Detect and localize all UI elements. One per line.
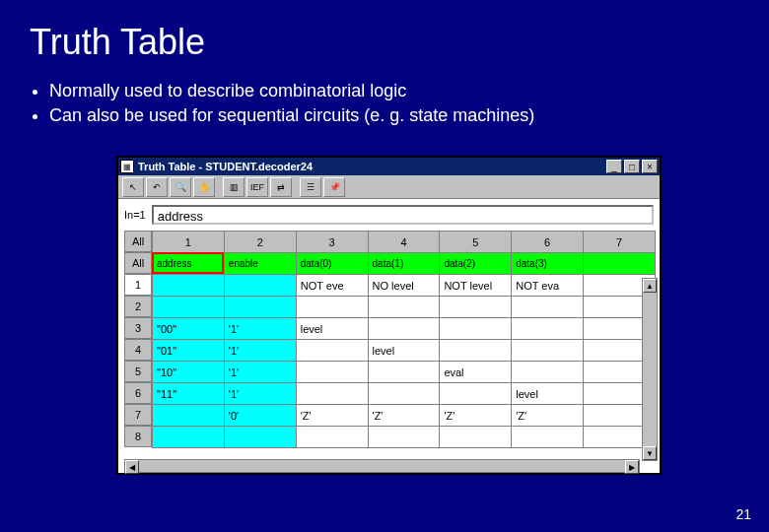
row-header[interactable]: 8	[124, 426, 152, 447]
signal-header-cell[interactable]: enable	[224, 253, 296, 275]
table-cell[interactable]: NOT level	[440, 275, 512, 297]
table-cell[interactable]	[296, 362, 368, 383]
row-header[interactable]: 5	[124, 361, 152, 382]
table-cell[interactable]	[440, 383, 512, 405]
signal-header-cell[interactable]: data(1)	[368, 253, 440, 275]
table-cell[interactable]: "10"	[153, 362, 225, 383]
content-area: In=1 address All All 1 2 3 4 5 6 7 8 123…	[118, 199, 660, 473]
table-cell[interactable]	[440, 318, 512, 340]
col-header[interactable]: 4	[368, 232, 440, 253]
signal-header-cell[interactable]: address	[153, 253, 225, 275]
table-cell[interactable]	[440, 340, 512, 362]
table-cell[interactable]: eval	[440, 362, 512, 383]
col-header[interactable]: 7	[584, 232, 656, 253]
table-cell[interactable]: level	[296, 318, 368, 340]
grid-scroll[interactable]: 1234567addressenabledata(0)data(1)data(2…	[152, 231, 656, 448]
cell-editor-input[interactable]: address	[152, 205, 654, 225]
table-cell[interactable]: NOT eva	[512, 275, 584, 297]
horizontal-scrollbar[interactable]: ◀ ▶	[124, 459, 640, 473]
table-cell[interactable]: 'Z'	[296, 405, 368, 427]
table-cell[interactable]: 'Z'	[440, 405, 512, 427]
table-cell[interactable]	[368, 383, 440, 405]
pin-icon[interactable]: 📌	[323, 177, 345, 197]
table-cell[interactable]: "11"	[153, 383, 225, 405]
table-cell[interactable]	[512, 427, 584, 448]
table-cell[interactable]: level	[512, 383, 584, 405]
table-cell[interactable]	[512, 362, 584, 383]
maximize-button[interactable]: □	[624, 160, 640, 173]
titlebar[interactable]: ▦ Truth Table - STUDENT.decoder24 _ □ ×	[118, 158, 660, 175]
table-cell[interactable]: 'Z'	[368, 405, 440, 427]
col-header[interactable]: 1	[153, 232, 225, 253]
table-cell[interactable]	[440, 297, 512, 318]
table-cell[interactable]	[368, 362, 440, 383]
table-cell[interactable]: NO level	[368, 275, 440, 297]
table-cell[interactable]: 'Z'	[512, 405, 584, 427]
bullet-item: Normally used to describe combinatorial …	[49, 81, 739, 101]
signal-header-cell[interactable]: data(2)	[440, 253, 512, 275]
scroll-down-icon[interactable]: ▼	[643, 446, 657, 460]
col-header[interactable]: 6	[512, 232, 584, 253]
table-cell[interactable]	[296, 340, 368, 362]
signal-header-cell[interactable]: data(0)	[296, 253, 368, 275]
toggle-icon[interactable]: ☰	[300, 177, 321, 197]
table-cell[interactable]: '1'	[224, 318, 296, 340]
truth-table-grid[interactable]: 1234567addressenabledata(0)data(1)data(2…	[152, 231, 656, 448]
table-cell[interactable]: '1'	[224, 340, 296, 362]
table-cell[interactable]: '0'	[224, 405, 296, 427]
table-cell[interactable]: "01"	[153, 340, 225, 362]
vertical-scrollbar[interactable]: ▲ ▼	[642, 278, 658, 461]
close-button[interactable]: ×	[642, 160, 658, 173]
table-cell[interactable]: '1'	[224, 383, 296, 405]
table-cell[interactable]	[153, 405, 225, 427]
select-all-button[interactable]: All	[124, 231, 152, 252]
table-cell[interactable]	[224, 275, 296, 297]
zoom-icon[interactable]: 🔍	[170, 177, 191, 197]
table-cell[interactable]	[440, 427, 512, 448]
cursor-icon[interactable]: ↖	[122, 177, 144, 197]
row-header[interactable]: 1	[124, 274, 152, 296]
scroll-up-icon[interactable]: ▲	[643, 279, 657, 293]
select-all-button[interactable]: All	[124, 252, 152, 274]
row-header[interactable]: 3	[124, 317, 152, 339]
table-cell[interactable]	[512, 318, 584, 340]
table-cell[interactable]	[368, 427, 440, 448]
table-cell[interactable]	[368, 318, 440, 340]
signal-header-cell[interactable]: data(3)	[512, 253, 584, 275]
row-header[interactable]: 2	[124, 296, 152, 317]
table-cell[interactable]: NOT eve	[296, 275, 368, 297]
signal-header-cell[interactable]	[584, 253, 656, 275]
table-cell[interactable]	[512, 297, 584, 318]
table-cell[interactable]: level	[368, 340, 440, 362]
table-cell[interactable]	[296, 427, 368, 448]
table-cell[interactable]: '1'	[224, 362, 296, 383]
ief-icon[interactable]: IEF	[246, 177, 268, 197]
table-cell[interactable]	[512, 340, 584, 362]
table-cell[interactable]	[153, 297, 225, 318]
table-cell[interactable]	[153, 427, 225, 448]
grid: All All 1 2 3 4 5 6 7 8 1234567addressen…	[118, 231, 660, 448]
input-label: In=1	[124, 209, 146, 221]
minimize-button[interactable]: _	[606, 160, 622, 173]
sheet-icon[interactable]: ▥	[223, 177, 245, 197]
app-icon: ▦	[120, 160, 134, 173]
table-cell[interactable]	[296, 383, 368, 405]
row-header[interactable]: 7	[124, 404, 152, 426]
table-cell[interactable]	[153, 275, 225, 297]
table-cell[interactable]	[224, 427, 296, 448]
table-cell[interactable]	[368, 297, 440, 318]
hand-icon[interactable]: ✋	[193, 177, 215, 197]
table-cell[interactable]	[224, 297, 296, 318]
input-row: In=1 address	[118, 199, 660, 231]
col-header[interactable]: 3	[296, 232, 368, 253]
row-header[interactable]: 6	[124, 382, 152, 404]
table-cell[interactable]: "00"	[153, 318, 225, 340]
undo-icon[interactable]: ↶	[146, 177, 168, 197]
col-header[interactable]: 2	[224, 232, 296, 253]
col-header[interactable]: 5	[440, 232, 512, 253]
row-header[interactable]: 4	[124, 339, 152, 361]
scroll-right-icon[interactable]: ▶	[625, 460, 639, 474]
scroll-left-icon[interactable]: ◀	[125, 460, 139, 474]
table-cell[interactable]	[296, 297, 368, 318]
nav-icon[interactable]: ⇄	[270, 177, 292, 197]
